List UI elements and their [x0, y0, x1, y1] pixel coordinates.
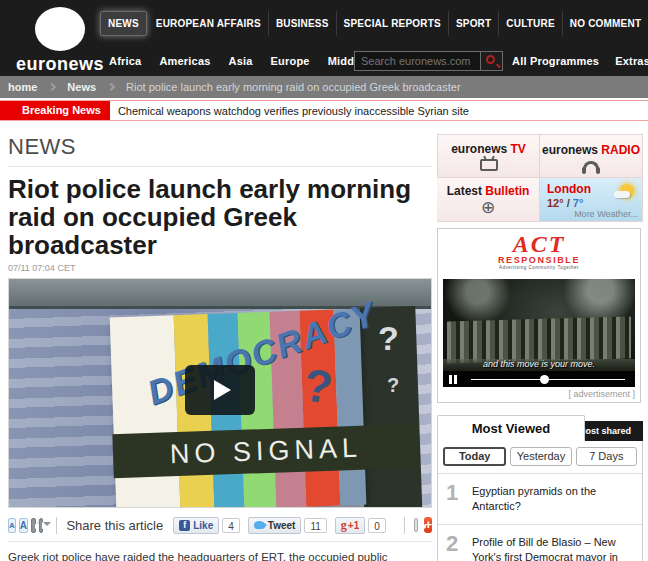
font-increase-button[interactable]: A [19, 518, 28, 533]
most-viewed-tabs: Most Viewed Most shared [437, 415, 643, 441]
nav-item-special-reports[interactable]: SPECIAL REPORTS [337, 11, 449, 36]
breadcrumb: home News Riot police launch early morni… [0, 76, 648, 98]
subtab-today[interactable]: Today [443, 447, 506, 466]
most-viewed-item[interactable]: 2 Profile of Bill de Blasio – New York's… [438, 524, 642, 561]
like-count: 4 [222, 518, 240, 533]
ad-dominoes-image [447, 317, 631, 364]
reddit-icon [418, 524, 426, 529]
radio-brand: euronews [542, 143, 598, 157]
section-heading: NEWS [8, 134, 432, 167]
like-label: Like [193, 520, 213, 531]
tv-suffix: TV [511, 142, 526, 156]
main-nav: NEWS EUROPEAN AFFAIRS BUSINESS SPECIAL R… [100, 11, 648, 36]
gplus-icon: g [341, 518, 347, 533]
region-europe[interactable]: Europe [262, 52, 319, 70]
video-no-signal-text: NO SIGNAL [169, 432, 362, 470]
chevron-right-icon [107, 83, 115, 91]
act-responsible-logo[interactable]: ACT RESPONSIBLE Advertising Community To… [438, 229, 640, 277]
widget-latest-bulletin[interactable]: Latest Bulletin ⊕ [437, 178, 540, 222]
utility-extras[interactable]: Extras [607, 52, 648, 70]
tweet-count: 11 [304, 518, 326, 533]
region-americas[interactable]: Americas [150, 52, 219, 70]
nav-item-culture[interactable]: CULTURE [499, 11, 562, 36]
most-viewed-item[interactable]: 1 Egyptian pyramids on the Antarctic? [438, 473, 642, 524]
nav-item-business[interactable]: BUSINESS [269, 11, 337, 36]
weather-city: London [547, 182, 591, 196]
nav-item-no-comment[interactable]: NO COMMENT [563, 11, 648, 36]
responsible-logo-text: RESPONSIBLE [438, 256, 640, 265]
item-title[interactable]: Profile of Bill de Blasio – New York's f… [472, 533, 636, 561]
most-viewed-subtabs: Today Yesterday 7 Days [438, 441, 642, 473]
tweet-label: Tweet [268, 520, 296, 531]
gplus-label: +1 [348, 520, 359, 531]
nav-item-sport[interactable]: SPORT [449, 11, 499, 36]
more-weather-link[interactable]: More Weather... [574, 209, 638, 219]
sidebar-widget-grid: euronews TV euronews RADIO Latest Bullet… [437, 134, 643, 222]
font-decrease-button[interactable]: A [8, 518, 16, 533]
item-rank: 1 [446, 482, 472, 515]
share-bar: A A Share this article f Like 4 Tweet 11… [8, 512, 432, 538]
euronews-logo[interactable]: euronews [14, 5, 106, 75]
facebook-like-button[interactable]: f Like [173, 517, 219, 534]
colorbar-white [110, 315, 181, 508]
ad-video-player[interactable]: and this move is your move. [443, 279, 635, 387]
video-question-mark: ? [378, 319, 399, 358]
pause-button[interactable] [449, 375, 459, 384]
email-icon [42, 522, 53, 529]
tweet-button[interactable]: Tweet [248, 517, 302, 534]
ad-player-bar [443, 371, 635, 387]
twitter-icon [254, 521, 265, 529]
article-video-player[interactable]: DEMOCRACY ? NO SIGNAL ? ? [8, 278, 432, 508]
sidebar: euronews TV euronews RADIO Latest Bullet… [437, 134, 643, 561]
euronews-egg-icon [35, 7, 85, 51]
euronews-page: euronews NEWS EUROPEAN AFFAIRS BUSINESS … [0, 0, 648, 561]
article-date: 07/11 07:04 CET [8, 263, 432, 273]
facebook-icon: f [179, 520, 190, 531]
progress-knob[interactable] [540, 375, 549, 384]
breaking-news-label: Breaking News [0, 101, 110, 120]
gplus-button[interactable]: g +1 [335, 517, 365, 534]
article-title: Riot police launch early morning raid on… [8, 175, 432, 259]
search-button[interactable] [480, 51, 503, 71]
widget-weather[interactable]: London 12° / 7° More Weather... [540, 178, 643, 222]
subtab-yesterday[interactable]: Yesterday [510, 447, 571, 466]
utility-all-programmes[interactable]: All Programmes [504, 52, 607, 70]
globe-icon: ⊕ [481, 200, 495, 216]
nav-item-news[interactable]: NEWS [100, 11, 147, 36]
widget-euronews-radio[interactable]: euronews RADIO [540, 134, 643, 178]
play-button[interactable] [185, 365, 255, 415]
tab-most-viewed[interactable]: Most Viewed [437, 415, 585, 441]
radio-suffix: RADIO [601, 143, 640, 157]
subtab-7days[interactable]: 7 Days [576, 447, 637, 466]
play-icon [214, 380, 231, 400]
region-asia[interactable]: Asia [220, 52, 262, 70]
email-button[interactable] [39, 518, 44, 533]
nav-item-european-affairs[interactable]: EUROPEAN AFFAIRS [149, 11, 269, 36]
region-africa[interactable]: Africa [100, 52, 150, 70]
divider [8, 541, 432, 542]
bulletin-word1: Latest [447, 184, 482, 198]
advertisement-box: ACT RESPONSIBLE Advertising Community To… [437, 228, 641, 403]
breadcrumb-news[interactable]: News [67, 81, 96, 93]
weather-temp-separator: / [567, 197, 570, 209]
search-input[interactable] [354, 51, 480, 71]
ad-progress-bar[interactable] [471, 379, 625, 380]
tv-icon [480, 159, 498, 171]
search-area [354, 51, 503, 71]
item-rank: 2 [446, 533, 472, 561]
gplus-count: 0 [368, 518, 386, 533]
article-column: NEWS Riot police launch early morning ra… [8, 134, 432, 561]
utility-nav: All Programmes Extras Weather [504, 52, 648, 70]
article-body: Greek riot police have raided the headqu… [8, 549, 432, 561]
breaking-news-text[interactable]: Chemical weapons watchdog verifies previ… [110, 105, 469, 117]
breadcrumb-home[interactable]: home [8, 81, 37, 93]
widget-euronews-tv[interactable]: euronews TV [437, 134, 540, 178]
ad-subtitle: and this move is your move. [443, 359, 635, 369]
print-button[interactable] [31, 518, 36, 533]
item-title[interactable]: Egyptian pyramids on the Antarctic? [472, 482, 636, 515]
sun-cloud-icon [620, 184, 634, 198]
reddit-share-button[interactable] [414, 518, 418, 532]
most-viewed-module: Most Viewed Most shared Today Yesterday … [437, 415, 643, 561]
weather-high-temp: 12° [547, 197, 564, 209]
most-viewed-panel: Today Yesterday 7 Days 1 Egyptian pyrami… [437, 440, 643, 561]
